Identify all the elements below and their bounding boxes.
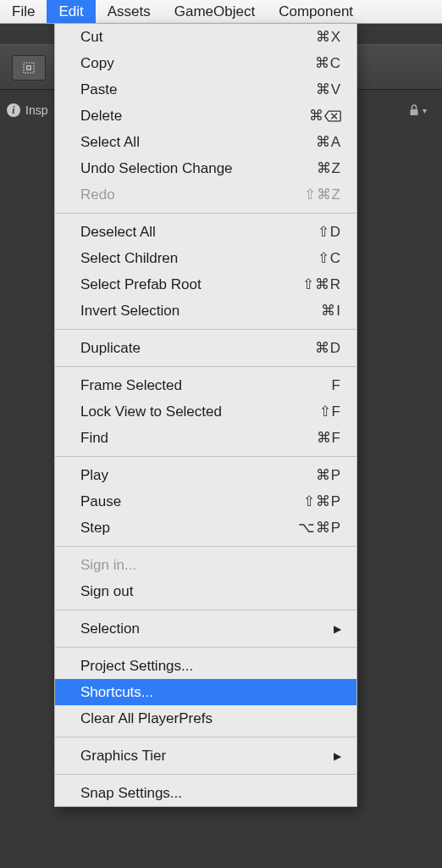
menu-item-lock-view-to-selected[interactable]: Lock View to Selected⇧F (55, 398, 356, 425)
menu-item-label: Sign in... (80, 557, 341, 574)
menu-separator (55, 546, 356, 547)
menu-item-graphics-tier[interactable]: Graphics Tier▶ (55, 743, 356, 769)
menu-item-label: Invert Selection (80, 303, 321, 320)
svg-rect-2 (411, 109, 418, 115)
menu-shortcut: ⇧D (318, 223, 341, 241)
menu-separator (55, 456, 356, 457)
menu-shortcut: ⌘ (309, 107, 341, 125)
menu-item-label: Copy (80, 55, 315, 72)
menu-item-redo: Redo⇧⌘Z (55, 181, 356, 208)
menubar-item-gameobject[interactable]: GameObject (163, 0, 267, 23)
menu-shortcut: ⌘A (316, 133, 341, 151)
menu-item-shortcuts[interactable]: Shortcuts... (55, 679, 356, 705)
submenu-arrow-icon: ▶ (334, 623, 341, 635)
menu-item-label: Undo Selection Change (80, 160, 317, 177)
move-tool-button[interactable] (12, 55, 46, 81)
menu-shortcut: ⌘X (316, 28, 341, 46)
menu-item-clear-all-playerprefs[interactable]: Clear All PlayerPrefs (55, 705, 356, 732)
menu-item-label: Play (80, 467, 316, 484)
menu-item-label: Deselect All (80, 224, 318, 241)
menu-item-label: Select All (80, 134, 316, 151)
menu-item-pause[interactable]: Pause⇧⌘P (55, 488, 356, 515)
menu-item-label: Project Settings... (80, 658, 341, 675)
menu-shortcut: ⇧F (319, 403, 341, 420)
submenu-arrow-icon: ▶ (334, 750, 341, 762)
menu-item-delete[interactable]: Delete⌘ (55, 103, 356, 129)
menubar-item-edit[interactable]: Edit (47, 0, 95, 23)
menu-separator (55, 329, 356, 330)
menu-item-label: Frame Selected (80, 377, 332, 394)
menu-item-label: Pause (80, 493, 303, 510)
menu-item-label: Shortcuts... (80, 684, 341, 701)
menu-shortcut: ⌘D (315, 339, 341, 357)
menu-shortcut: ⌘C (315, 54, 341, 72)
menu-item-label: Selection (80, 620, 334, 637)
menu-item-undo-selection-change[interactable]: Undo Selection Change⌘Z (55, 155, 356, 181)
menu-item-find[interactable]: Find⌘F (55, 425, 356, 451)
inspector-label[interactable]: Insp (25, 103, 47, 117)
menu-item-label: Redo (80, 186, 304, 203)
menu-shortcut: ⇧⌘R (302, 275, 341, 293)
menu-item-play[interactable]: Play⌘P (55, 462, 356, 488)
menu-item-sign-in: Sign in... (55, 552, 356, 578)
menu-shortcut: ⇧⌘Z (304, 186, 341, 203)
menu-shortcut: ⌥⌘P (298, 519, 341, 537)
svg-rect-1 (27, 66, 31, 70)
menu-separator (55, 213, 356, 214)
menu-shortcut: ⌘F (317, 429, 341, 447)
menu-item-label: Duplicate (80, 340, 315, 357)
menu-item-frame-selected[interactable]: Frame SelectedF (55, 372, 356, 398)
menu-item-deselect-all[interactable]: Deselect All⇧D (55, 219, 356, 245)
menu-shortcut: ⌘V (316, 81, 341, 98)
edit-menu-dropdown: Cut⌘XCopy⌘CPaste⌘VDelete⌘Select All⌘AUnd… (54, 24, 357, 807)
menu-item-invert-selection[interactable]: Invert Selection⌘I (55, 298, 356, 324)
menu-item-label: Select Prefab Root (80, 276, 302, 293)
menu-shortcut: ⌘Z (317, 159, 341, 177)
delete-key-icon (324, 108, 341, 124)
menu-item-label: Find (80, 430, 317, 447)
menu-shortcut: F (332, 377, 341, 394)
menu-item-cut[interactable]: Cut⌘X (55, 24, 356, 50)
menu-item-selection[interactable]: Selection▶ (55, 615, 356, 642)
menu-item-label: Select Children (80, 250, 318, 267)
menu-separator (55, 366, 356, 367)
menu-item-snap-settings[interactable]: Snap Settings... (55, 780, 356, 806)
menubar-item-file[interactable]: File (0, 0, 47, 23)
menu-item-duplicate[interactable]: Duplicate⌘D (55, 335, 356, 361)
menu-item-label: Graphics Tier (80, 748, 334, 765)
menu-separator (55, 737, 356, 737)
menubar-item-assets[interactable]: Assets (96, 0, 163, 23)
menu-shortcut: ⇧⌘P (303, 492, 341, 510)
menu-separator (55, 647, 356, 648)
menu-item-label: Step (80, 520, 298, 537)
menu-shortcut: ⇧C (318, 249, 341, 267)
menu-item-label: Sign out (80, 583, 341, 600)
menu-item-label: Clear All PlayerPrefs (80, 710, 341, 727)
menu-item-select-children[interactable]: Select Children⇧C (55, 245, 356, 271)
menu-separator (55, 609, 356, 610)
menu-item-select-all[interactable]: Select All⌘A (55, 129, 356, 155)
menu-item-label: Delete (80, 108, 309, 125)
lock-icon (409, 104, 419, 116)
menubar-item-component[interactable]: Component (267, 0, 365, 23)
menu-shortcut: ⌘I (321, 302, 341, 320)
menu-item-step[interactable]: Step⌥⌘P (55, 515, 356, 541)
menu-item-paste[interactable]: Paste⌘V (55, 76, 356, 103)
menu-item-copy[interactable]: Copy⌘C (55, 50, 356, 76)
menu-item-label: Cut (80, 29, 316, 46)
chevron-down-icon: ▾ (423, 106, 427, 115)
menu-shortcut: ⌘P (316, 466, 341, 484)
menu-item-select-prefab-root[interactable]: Select Prefab Root⇧⌘R (55, 271, 356, 298)
menu-separator (55, 774, 356, 775)
menu-item-label: Lock View to Selected (80, 403, 319, 420)
info-icon: i (7, 103, 20, 117)
svg-rect-0 (24, 63, 34, 73)
menubar: File Edit Assets GameObject Component (0, 0, 442, 24)
menu-item-project-settings[interactable]: Project Settings... (55, 653, 356, 679)
menu-item-label: Paste (80, 81, 316, 98)
menu-item-label: Snap Settings... (80, 785, 341, 802)
inspector-lock-area[interactable]: ▾ (409, 98, 427, 122)
move-tool-icon (21, 60, 36, 75)
menu-item-sign-out[interactable]: Sign out (55, 578, 356, 604)
